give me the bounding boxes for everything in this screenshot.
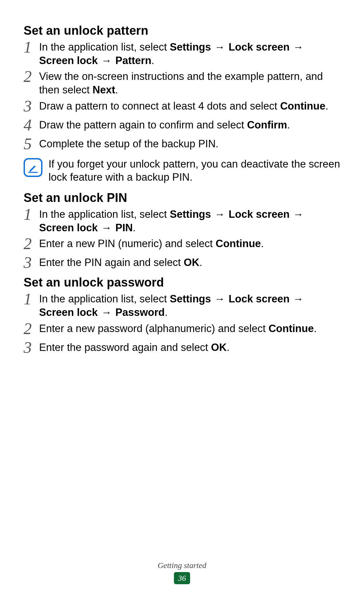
instruction-step: 2View the on-screen instructions and the…	[24, 70, 340, 96]
step-text: In the application list, select Settings…	[39, 40, 340, 67]
page-number-badge: 36	[174, 572, 190, 584]
note: If you forget your unlock pattern, you c…	[24, 157, 340, 184]
step-text: Draw a pattern to connect at least 4 dot…	[39, 99, 340, 113]
step-text: View the on-screen instructions and the …	[39, 70, 340, 96]
step-number: 1	[24, 291, 39, 307]
instruction-step: 3Enter the PIN again and select OK.	[24, 256, 340, 272]
step-text: Enter a new PIN (numeric) and select Con…	[39, 237, 340, 250]
step-number: 4	[24, 117, 39, 133]
step-text: In the application list, select Settings…	[39, 208, 340, 234]
page-footer: Getting started 36	[0, 561, 364, 584]
section-heading: Set an unlock password	[24, 275, 340, 290]
instruction-step: 5Complete the setup of the backup PIN.	[24, 137, 340, 153]
step-text: Draw the pattern again to confirm and se…	[39, 118, 340, 132]
instruction-step: 1In the application list, select Setting…	[24, 40, 340, 67]
step-text: Enter the password again and select OK.	[39, 341, 340, 354]
step-number: 1	[24, 206, 39, 222]
step-number: 5	[24, 136, 39, 152]
page: Set an unlock pattern1In the application…	[0, 0, 364, 597]
instruction-step: 4Draw the pattern again to confirm and s…	[24, 118, 340, 135]
note-icon	[24, 158, 42, 177]
instruction-step: 2Enter a new PIN (numeric) and select Co…	[24, 237, 340, 253]
step-number: 3	[24, 98, 39, 114]
instruction-step: 1In the application list, select Setting…	[24, 208, 340, 234]
step-number: 3	[24, 339, 39, 356]
instruction-step: 2Enter a new password (alphanumeric) and…	[24, 322, 340, 338]
instruction-step: 3Enter the password again and select OK.	[24, 341, 340, 357]
step-number: 2	[24, 236, 39, 252]
section-heading: Set an unlock PIN	[24, 191, 340, 205]
section-heading: Set an unlock pattern	[24, 24, 340, 38]
step-number: 2	[24, 68, 39, 85]
step-number: 1	[24, 39, 39, 55]
note-text: If you forget your unlock pattern, you c…	[49, 157, 340, 184]
step-text: Enter the PIN again and select OK.	[39, 256, 340, 269]
step-text: Complete the setup of the backup PIN.	[39, 137, 340, 151]
step-number: 3	[24, 255, 39, 271]
instruction-step: 3Draw a pattern to connect at least 4 do…	[24, 99, 340, 116]
step-text: Enter a new password (alphanumeric) and …	[39, 322, 340, 335]
footer-section-title: Getting started	[0, 561, 364, 570]
step-text: In the application list, select Settings…	[39, 292, 340, 319]
instruction-step: 1In the application list, select Setting…	[24, 292, 340, 319]
content-area: Set an unlock pattern1In the application…	[24, 24, 340, 357]
step-number: 2	[24, 321, 39, 337]
